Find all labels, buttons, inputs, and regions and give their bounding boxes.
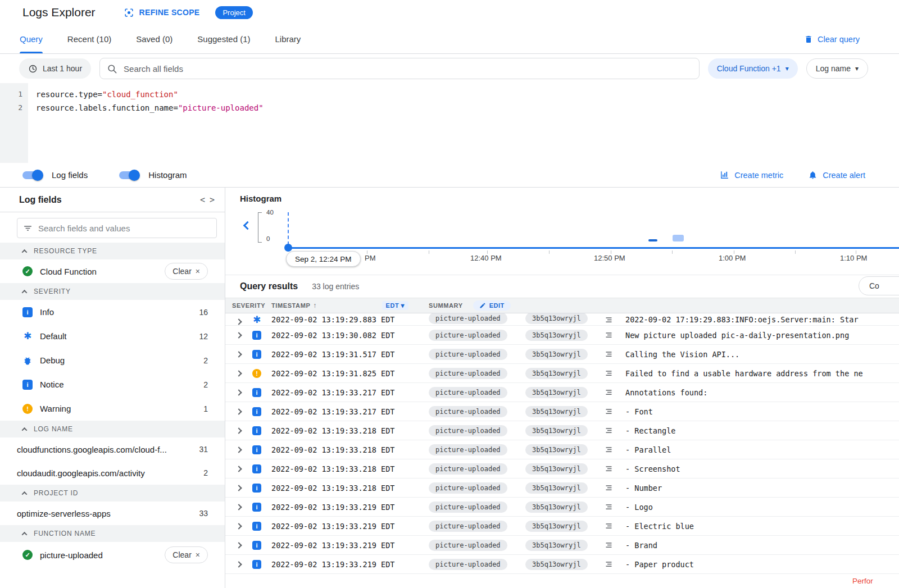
fields-search-box[interactable] [17,218,217,238]
collapse-left-icon[interactable]: < [200,195,205,205]
function-name-chip[interactable]: picture-uploaded [429,444,507,455]
table-row[interactable]: i 2022-09-02 13:19:31.517 EDT picture-up… [225,345,899,364]
execution-id-chip[interactable]: 3b5q13owryjl [525,330,588,341]
execution-id-chip[interactable]: 3b5q13owryjl [525,463,588,475]
create-alert-button[interactable]: Create alert [808,170,865,180]
execution-id-chip[interactable]: 3b5q13owryjl [525,482,588,494]
edit-summary-button[interactable]: EDIT [473,300,511,311]
section-header-severity[interactable]: SEVERITY [0,283,225,300]
clear-query-button[interactable]: Clear query [804,25,860,53]
field-item-log-name[interactable]: cloudfunctions.googleapis.com/cloud-f...… [0,437,225,461]
function-name-chip[interactable]: picture-uploaded [429,349,507,360]
function-name-chip[interactable]: picture-uploaded [429,482,507,494]
query-code[interactable]: resource.type="cloud_function" resource.… [28,83,899,163]
table-row[interactable]: i 2022-09-02 13:19:33.218 EDT picture-up… [225,478,899,498]
expand-chevron-icon[interactable] [235,466,242,472]
expand-chevron-icon[interactable] [235,427,242,434]
expand-chevron-icon[interactable] [235,485,242,491]
log-name-dropdown[interactable]: Log name ▾ [806,58,868,79]
field-item-notice[interactable]: i Notice 2 [0,372,225,396]
expand-chevron-icon[interactable] [235,504,242,510]
tab-recent[interactable]: Recent (10) [67,25,111,53]
histogram-pan-left-icon[interactable] [243,221,252,230]
expand-chevron-icon[interactable] [235,446,242,453]
function-name-chip[interactable]: picture-uploaded [429,330,507,341]
histogram-bar[interactable] [648,239,657,241]
execution-id-chip[interactable]: 3b5q13owryjl [525,406,588,417]
histogram-toggle[interactable] [119,171,138,179]
collapse-right-icon[interactable]: > [210,195,215,205]
execution-id-chip[interactable]: 3b5q13owryjl [525,368,588,379]
execution-id-chip[interactable]: 3b5q13owryjl [525,425,588,436]
field-item-project-id[interactable]: optimize-serverless-apps 33 [0,502,225,525]
execution-id-chip[interactable]: 3b5q13owryjl [525,349,588,360]
table-row[interactable]: i 2022-09-02 13:19:33.219 EDT picture-up… [225,498,899,517]
clear-function-filter-button[interactable]: Clear × [165,546,208,563]
tab-suggested[interactable]: Suggested (1) [197,25,250,53]
timezone-dropdown[interactable]: EDT ▾ [382,301,408,310]
fields-search-input[interactable] [38,224,211,233]
refine-scope-button[interactable]: REFINE SCOPE [124,7,200,18]
execution-id-chip[interactable]: 3b5q13owryjl [525,521,588,532]
expand-chevron-icon[interactable] [235,332,242,338]
function-name-chip[interactable]: picture-uploaded [429,387,507,398]
function-name-chip[interactable]: picture-uploaded [429,521,507,532]
section-header-log-name[interactable]: LOG NAME [0,421,225,437]
expand-chevron-icon[interactable] [235,523,242,529]
resource-filter-dropdown[interactable]: Cloud Function +1 ▾ [708,58,798,79]
table-row[interactable]: i 2022-09-02 13:19:33.218 EDT picture-up… [225,459,899,478]
section-header-project-id[interactable]: PROJECT ID [0,485,225,502]
field-item-picture-uploaded[interactable]: ✓ picture-uploaded Clear × [0,542,225,568]
slider-handle[interactable] [284,244,292,252]
function-name-chip[interactable]: picture-uploaded [429,368,507,379]
execution-id-chip[interactable]: 3b5q13owryjl [525,387,588,398]
clear-resource-filter-button[interactable]: Clear × [165,263,208,280]
slider-timestamp-pill[interactable]: Sep 2, 12:24 PM [286,251,361,267]
table-row[interactable]: i 2022-09-02 13:19:33.219 EDT picture-up… [225,536,899,555]
function-name-chip[interactable]: picture-uploaded [429,313,507,324]
table-row[interactable]: i 2022-09-02 13:19:33.218 EDT picture-up… [225,440,899,459]
table-row[interactable]: i 2022-09-02 13:19:30.082 EDT picture-up… [225,326,899,345]
function-name-chip[interactable]: picture-uploaded [429,425,507,436]
field-item-cloud-function[interactable]: ✓ Cloud Function Clear × [0,259,225,283]
panel-collapse-controls[interactable]: < > [200,195,215,205]
expand-chevron-icon[interactable] [235,370,242,376]
execution-id-chip[interactable]: 3b5q13owryjl [525,559,588,570]
function-name-chip[interactable]: picture-uploaded [429,540,507,551]
field-item-warning[interactable]: ! Warning 1 [0,396,225,421]
expand-chevron-icon[interactable] [235,318,242,325]
table-row[interactable]: ! 2022-09-02 13:19:31.825 EDT picture-up… [225,364,899,383]
scope-badge[interactable]: Project [215,6,252,19]
expand-chevron-icon[interactable] [235,351,242,357]
field-item-log-name[interactable]: cloudaudit.googleapis.com/activity 2 [0,461,225,485]
correlate-button[interactable]: Co [859,276,899,295]
table-row[interactable]: i 2022-09-02 13:19:33.218 EDT picture-up… [225,421,899,440]
table-row[interactable]: i 2022-09-02 13:19:33.217 EDT picture-up… [225,402,899,421]
histogram-bar[interactable] [673,235,684,241]
function-name-chip[interactable]: picture-uploaded [429,559,507,570]
function-name-chip[interactable]: picture-uploaded [429,406,507,417]
expand-chevron-icon[interactable] [235,542,242,548]
expand-chevron-icon[interactable] [235,408,242,414]
function-name-chip[interactable]: picture-uploaded [429,463,507,475]
timestamp-sort-button[interactable]: TIMESTAMP ↑ [271,302,317,309]
tab-saved[interactable]: Saved (0) [136,25,172,53]
function-name-chip[interactable]: picture-uploaded [429,502,507,513]
field-item-info[interactable]: i Info 16 [0,300,225,324]
field-item-debug[interactable]: Debug 2 [0,348,225,372]
time-range-slider[interactable] [288,247,899,249]
search-all-fields[interactable] [99,58,700,79]
table-row[interactable]: i 2022-09-02 13:19:33.217 EDT picture-up… [225,383,899,402]
table-row[interactable]: ✱ 2022-09-02 13:19:29.883 EDT picture-up… [225,313,899,326]
execution-id-chip[interactable]: 3b5q13owryjl [525,444,588,455]
section-header-function-name[interactable]: FUNCTION NAME [0,525,225,542]
expand-chevron-icon[interactable] [235,389,242,395]
execution-id-chip[interactable]: 3b5q13owryjl [525,502,588,513]
time-range-button[interactable]: Last 1 hour [19,58,91,79]
table-row[interactable]: i 2022-09-02 13:19:33.219 EDT picture-up… [225,517,899,536]
create-metric-button[interactable]: Create metric [720,170,783,180]
execution-id-chip[interactable]: 3b5q13owryjl [525,540,588,551]
expand-chevron-icon[interactable] [235,561,242,567]
execution-id-chip[interactable]: 3b5q13owryjl [525,313,588,324]
field-item-default[interactable]: ✱ Default 12 [0,324,225,348]
